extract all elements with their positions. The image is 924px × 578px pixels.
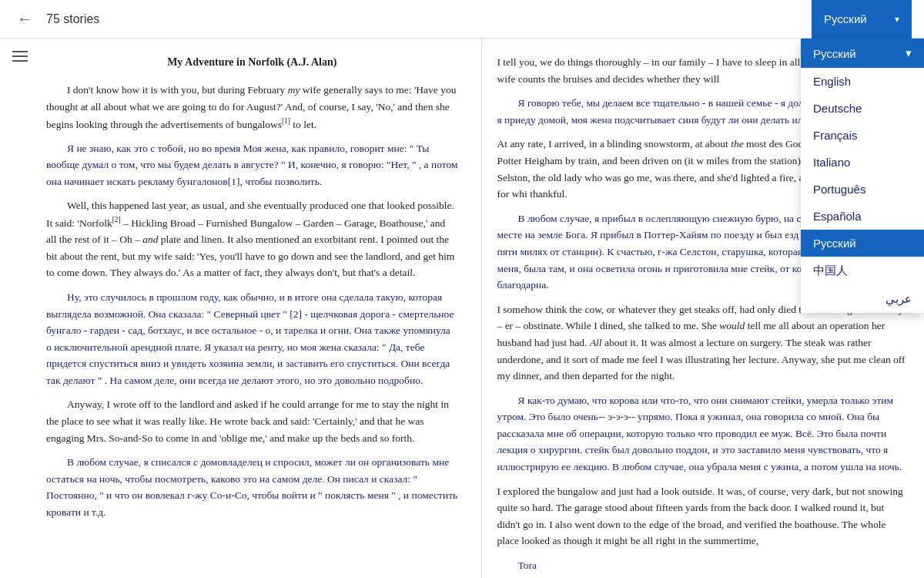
- right-para-ru-3: Я как-то думаю, что корова или что-то, ч…: [497, 392, 909, 476]
- para-ru-3: В любом случае, я списался с домовладеле…: [46, 454, 458, 520]
- right-para-en-4: I explored the bungalow and just had a l…: [497, 483, 909, 549]
- back-button[interactable]: ←: [12, 7, 37, 32]
- para-en-1: I don't know how it is with you, but dur…: [46, 82, 458, 132]
- back-icon: ←: [17, 10, 32, 28]
- language-option-russkiy[interactable]: Русский: [801, 230, 924, 257]
- header: ← 75 stories Русский ▾: [0, 0, 924, 39]
- dropdown-chevron-icon: ▾: [906, 46, 912, 60]
- language-option-portugues[interactable]: Português: [801, 176, 924, 203]
- language-option-chinese[interactable]: 中国人: [801, 257, 924, 285]
- para-en-2: Well, this happened last year, as usual,…: [46, 197, 458, 281]
- main-content: My Adventure in Norfolk (A.J. Alan) I do…: [0, 39, 924, 578]
- hamburger-icon: [12, 51, 26, 62]
- para-ru-1: Я не знаю, как это с тобой, но во время …: [46, 140, 458, 190]
- para-en-3: Anyway, I wrote off to the landlord and …: [46, 396, 458, 446]
- header-title: 75 stories: [46, 12, 99, 26]
- right-para-en-3: I somehow think the cow, or whatever the…: [497, 301, 909, 385]
- language-option-deutsche[interactable]: Deutsche: [801, 95, 924, 122]
- language-label: Русский: [824, 12, 867, 25]
- language-option-francais[interactable]: Français: [801, 122, 924, 149]
- dropdown-header: Русский ▾: [801, 39, 924, 68]
- dropdown-current-language: Русский: [813, 47, 856, 60]
- menu-button[interactable]: [0, 39, 38, 578]
- para-ru-2: Ну, это случилось в прошлом году, как об…: [46, 289, 458, 389]
- language-option-espanola[interactable]: Española: [801, 203, 924, 230]
- language-option-arabic[interactable]: عربي: [801, 285, 924, 313]
- language-option-italiano[interactable]: Italiano: [801, 149, 924, 176]
- right-para-ru-4: Tora: [497, 557, 909, 574]
- chevron-down-icon: ▾: [895, 14, 899, 25]
- language-selector[interactable]: Русский ▾: [812, 0, 912, 39]
- language-option-english[interactable]: English: [801, 68, 924, 95]
- language-dropdown: Русский ▾ English Deutsche Français Ital…: [801, 39, 924, 313]
- left-panel-english: My Adventure in Norfolk (A.J. Alan) I do…: [38, 39, 481, 578]
- story-title: My Adventure in Norfolk (A.J. Alan): [46, 54, 458, 71]
